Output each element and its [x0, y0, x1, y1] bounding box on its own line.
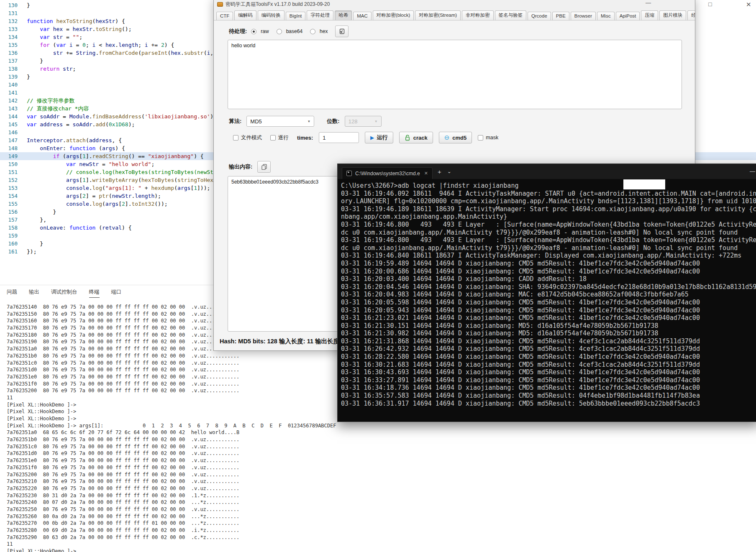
cmd-output[interactable]: C:\Users\32667>adb logcat |findstr xiaoj… — [338, 179, 756, 422]
cmd-line: 03-31 16:26:42.932 14694 14694 D xiaojia… — [341, 345, 756, 353]
line-number: 153 — [0, 184, 18, 192]
run-button[interactable]: ▶ 运行 — [365, 132, 393, 143]
algorithm-select[interactable]: MD5 ▼ — [246, 116, 314, 127]
radio-hex[interactable] — [310, 29, 315, 34]
panel-tab-端口[interactable]: 端口 — [111, 289, 122, 298]
radio-base64-label: base64 — [286, 28, 302, 34]
terminal-line: 7a762351f0 80 76 e9 75 7a 00 00 00 ff ff… — [7, 464, 336, 471]
toolsfx-tab-非对称加密[interactable]: 非对称加密 — [462, 10, 494, 20]
cmd-titlebar[interactable]: C:\Windows\system32\cmd.e ✕ + ⌄ — — [338, 164, 756, 179]
crack-button[interactable]: crack — [399, 132, 433, 143]
file-mode-checkbox[interactable] — [233, 135, 238, 141]
copy-button[interactable] — [257, 161, 271, 173]
terminal-line: 7a762351c0 80 76 e9 75 7a 00 00 00 ff ff… — [7, 360, 336, 367]
toolsfx-tab-经纬度相关[interactable]: 经纬度相关 — [687, 10, 695, 20]
toolsfx-tab-MAC[interactable]: MAC — [353, 12, 372, 20]
toolsfx-tab-图片模块[interactable]: 图片模块 — [659, 10, 686, 20]
toolsfx-tab-Qrcode[interactable]: Qrcode — [528, 12, 551, 20]
toolsfx-tab-BigInt[interactable]: BigInt — [286, 12, 305, 20]
run-button-label: 运行 — [377, 134, 388, 141]
cmd-line: 03-31 16:19:46.189 18611 18639 I Activit… — [341, 205, 756, 213]
toolsfx-window-title: 密码学工具箱ToolsFx v1.17.0 build 2023-09-20 — [226, 1, 330, 8]
toolsfx-tab-编码转换[interactable]: 编码转换 — [258, 10, 284, 20]
mask-checkbox[interactable] — [478, 135, 483, 141]
panel-tab-问题[interactable]: 问题 — [7, 289, 17, 298]
chevron-down-icon: ▼ — [374, 120, 378, 123]
minimize-icon[interactable]: — — [750, 168, 755, 174]
toolsfx-tab-哈希[interactable]: 哈希 — [335, 10, 352, 20]
toolsfx-tab-签名与验签[interactable]: 签名与验签 — [495, 10, 527, 20]
import-button[interactable] — [335, 26, 349, 37]
line-number: 130 — [0, 1, 18, 9]
cmd-line: 03-31 16:21:30.982 14694 14694 D xiaojia… — [341, 330, 756, 337]
radio-base64[interactable] — [277, 29, 282, 34]
terminal-line: 7a762351d0 80 76 e9 75 7a 00 00 00 ff ff… — [7, 450, 336, 457]
toolsfx-tab-对称加密(Stream)[interactable]: 对称加密(Stream) — [415, 10, 461, 20]
toolsfx-tab-编解码[interactable]: 编解码 — [234, 10, 256, 20]
terminal-line: 7a762351e0 80 76 e9 75 7a 00 00 00 ff ff… — [7, 373, 336, 381]
bits-select: 128 ▼ — [345, 116, 382, 127]
cmd-line: 03-31 16:20:03.400 14694 14694 D xiaojia… — [341, 275, 756, 283]
cmd-line: 03-31 16:35:57.583 14694 14694 D xiaojia… — [341, 392, 756, 400]
minimize-icon[interactable]: — — [646, 0, 651, 6]
copy-icon — [261, 164, 267, 170]
vscode-window-controls: □ ✕ — [694, 0, 756, 10]
screen: 130}131132function hexToString(hexStr) {… — [0, 0, 756, 552]
algorithm-value: MD5 — [250, 118, 261, 125]
terminal-line: 7a762351b0 80 76 e9 75 7a 00 00 00 ff ff… — [7, 436, 336, 443]
toolsfx-tab-Misc[interactable]: Misc — [597, 12, 615, 20]
line-number: 158 — [0, 224, 18, 232]
toolsfx-tab-Browser[interactable]: Browser — [571, 12, 596, 20]
input-textarea[interactable]: hello world — [228, 40, 682, 109]
toolsfx-tab-ApiPost[interactable]: ApiPost — [616, 12, 640, 20]
terminal-line: 7a76235280 00 69 d0 2a 7a 00 00 00 ff ff… — [7, 527, 336, 534]
mask-label: mask — [486, 135, 498, 141]
radio-raw[interactable] — [251, 29, 256, 34]
panel-tab-输出[interactable]: 输出 — [29, 289, 39, 298]
line-number: 139 — [0, 73, 18, 81]
line-number: 160 — [0, 240, 18, 248]
toolsfx-tab-字符处理[interactable]: 字符处理 — [307, 10, 333, 20]
times-input[interactable]: 1 — [319, 132, 359, 143]
terminal-line: 7a762351e0 80 76 e9 75 7a 00 00 00 ff ff… — [7, 457, 336, 464]
toolsfx-tab-CTF[interactable]: CTF — [216, 12, 233, 20]
line-number: 132 — [0, 17, 18, 25]
cmd-line: 03-31 16:20:00.686 14694 14694 D xiaojia… — [341, 268, 756, 276]
input-label: 待处理: — [229, 28, 247, 35]
line-number: 147 — [0, 136, 18, 144]
cmd5-button[interactable]: ⊖ cmd5 — [439, 132, 472, 143]
crack-button-label: crack — [413, 135, 428, 141]
line-number: 136 — [0, 49, 18, 57]
maximize-icon[interactable]: □ — [708, 1, 712, 8]
terminal-line: [Pixel XL::HookDemo ]-> args[1]: 0 1 2 3… — [7, 422, 336, 429]
toolsfx-tab-压缩[interactable]: 压缩 — [641, 10, 658, 20]
status-bar: Hash: MD5 bits: 128 输入长度: 11 输出长度: — [220, 337, 341, 345]
terminal-line: [Pixel XL::HookDemo ]-> — [7, 548, 336, 552]
line-number: 131 — [0, 9, 18, 17]
cmd-tab[interactable]: C:\Windows\system32\cmd.e ✕ — [342, 167, 433, 179]
terminal-line: 7a762351c0 80 76 e9 75 7a 00 00 00 ff ff… — [7, 443, 336, 450]
close-icon[interactable]: ✕ — [746, 1, 751, 8]
toolsfx-titlebar[interactable]: 密码学工具箱ToolsFx v1.17.0 build 2023-09-20 — — [214, 0, 695, 9]
new-tab-button[interactable]: + — [438, 168, 441, 175]
cmd-line: 03-31 16:30:21.683 14694 14694 D xiaojia… — [341, 361, 756, 369]
line-number: 150 — [0, 160, 18, 168]
output-row: 输出内容: — [229, 161, 271, 173]
tab-close-icon[interactable]: ✕ — [424, 171, 428, 176]
line-number: 145 — [0, 120, 18, 128]
cmd-line: 03-31 16:36:31.917 14694 14694 D xiaojia… — [341, 400, 756, 408]
cmd-line: 03-31 16:33:27.891 14694 14694 D xiaojia… — [341, 376, 756, 384]
terminal-line: [Pixel XL::HookDemo ]-> — [7, 401, 336, 409]
cmd-line: 03-31 16:20:05.598 14694 14694 D xiaojia… — [341, 299, 756, 307]
tab-dropdown-button[interactable]: ⌄ — [447, 169, 451, 174]
panel-tab-调试控制台[interactable]: 调试控制台 — [51, 289, 77, 298]
line-number: 135 — [0, 41, 18, 49]
play-icon: ▶ — [370, 135, 374, 141]
toolsfx-tab-PBE[interactable]: PBE — [552, 12, 569, 20]
panel-tab-终端[interactable]: 终端 — [89, 289, 100, 298]
terminal-line: 7a76235200 80 76 e9 75 7a 00 00 00 ff ff… — [7, 471, 336, 478]
algorithm-row: 算法: MD5 ▼ 位数: 128 ▼ — [229, 116, 382, 127]
toolsfx-tab-对称加密(block)[interactable]: 对称加密(block) — [373, 10, 414, 20]
line-number: 144 — [0, 112, 18, 120]
per-line-checkbox[interactable] — [270, 135, 276, 141]
